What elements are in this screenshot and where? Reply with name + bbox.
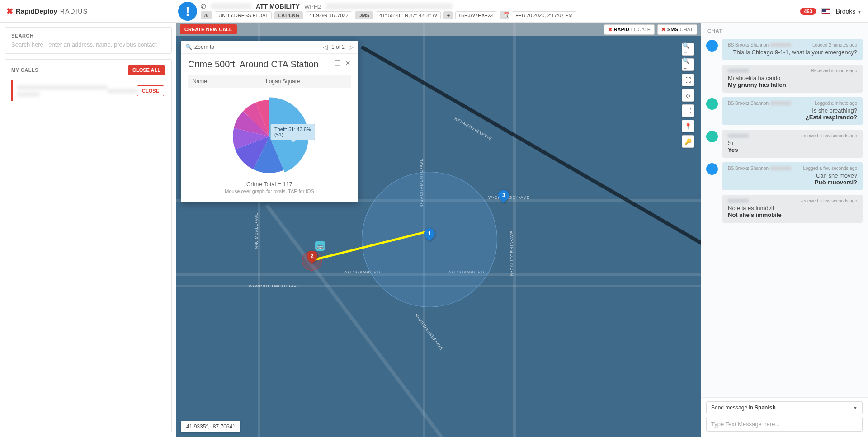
chip-w3w[interactable]: UNITY.DRESS.FLOAT bbox=[215, 11, 272, 19]
chart-hint: Mouse over graph for totals, TAP for iOS bbox=[188, 188, 351, 194]
phone-icon: ✆ bbox=[201, 3, 206, 10]
chip-plus[interactable]: + bbox=[443, 11, 453, 19]
logo-brand: RapidDeploy bbox=[16, 7, 57, 15]
flag-icon bbox=[821, 8, 830, 14]
avatar bbox=[706, 196, 718, 207]
message-text: This is Chicago 9-1-1, what is your emer… bbox=[728, 49, 857, 56]
chip-pluscode[interactable]: 86HJW7HX+X4 bbox=[455, 11, 497, 19]
message-text: Can she move? bbox=[728, 172, 857, 179]
chat-message: Received a minute agoMi abuelita ha caíd… bbox=[706, 65, 863, 93]
search-input[interactable] bbox=[11, 41, 165, 48]
message-timestamp: Received a few seconds ago bbox=[799, 133, 857, 138]
zoom-in-button[interactable]: 🔍＋ bbox=[682, 43, 694, 56]
message-bubble: Received a few seconds agoSiYes bbox=[722, 130, 863, 158]
zoom-out-button[interactable]: 🔍－ bbox=[682, 58, 694, 71]
chip-timestamp: FEB 20 2020, 2:17:07 PM bbox=[512, 11, 576, 19]
chip-latlng[interactable]: 41.9299,-87.7022 bbox=[306, 11, 352, 19]
pin-mode-button[interactable]: 📍 bbox=[682, 120, 694, 132]
redacted-phone bbox=[211, 3, 251, 9]
redacted-text bbox=[728, 134, 749, 138]
message-bubble: BS Brooks ShannonLogged a minute agoIs s… bbox=[722, 97, 863, 125]
coordinates-readout: 41.9335°, -87.7064° bbox=[181, 421, 240, 432]
chip-latlng-label[interactable]: LAT/LNG bbox=[274, 11, 303, 19]
message-text: Is she breathing? bbox=[728, 107, 857, 114]
chip-dms-label[interactable]: DMS bbox=[355, 11, 373, 19]
popup-title: Crime 500ft. Around CTA Station bbox=[188, 59, 319, 70]
popout-icon[interactable]: ❐ bbox=[335, 59, 340, 67]
map-controls: 🔍＋ 🔍－ ⛶ ◇ ⛶ 📍 🔑 bbox=[682, 43, 694, 148]
caret-down-icon: ▼ bbox=[857, 9, 862, 14]
chat-message: Received a few seconds agoSiYes bbox=[706, 130, 863, 158]
top-header: ✖ RapidDeploy RADIUS ! ✆ ATT MOBILITY WP… bbox=[0, 0, 868, 23]
redacted-text bbox=[770, 166, 791, 170]
chat-composer: Send message in Spanish ▼ bbox=[701, 397, 868, 437]
map-popup: 🔍Zoom to ◁ 1 of 2 ▷ Crime 500ft. Around … bbox=[181, 41, 358, 202]
logo: ✖ RapidDeploy RADIUS bbox=[6, 6, 178, 16]
user-menu[interactable]: Brooks ▼ bbox=[836, 8, 862, 15]
message-timestamp: Logged a minute ago bbox=[815, 101, 857, 106]
carrier-label: ATT MOBILITY bbox=[256, 3, 300, 10]
message-bubble: Received a minute agoMi abuelita ha caíd… bbox=[722, 65, 863, 93]
calendar-icon[interactable]: 📅 bbox=[500, 11, 509, 19]
logo-icon: ✖ bbox=[6, 6, 13, 16]
pie-chart[interactable]: Theft: 51: 43.6% (51) bbox=[229, 96, 310, 177]
road-label: W•WRIGHTWOOD•AVE bbox=[249, 284, 300, 288]
rapidlocate-button[interactable]: ✖RAPIDLOCATE bbox=[604, 24, 655, 35]
redacted-text bbox=[17, 85, 108, 90]
call-list-item[interactable]: CLOSE bbox=[11, 80, 165, 101]
avatar bbox=[706, 131, 718, 142]
chip-dms[interactable]: 41° 55' 48" N,87° 42' 8" W bbox=[376, 11, 441, 19]
language-select[interactable]: Send message in Spanish ▼ bbox=[706, 401, 863, 414]
message-translation: My granny has fallen bbox=[728, 81, 857, 88]
chat-message: Received a few seconds agoNo ella es inm… bbox=[706, 195, 863, 223]
alert-icon: ! bbox=[178, 2, 197, 21]
popup-col-value: Logan Square bbox=[261, 75, 304, 88]
chat-label: CHAT bbox=[701, 23, 868, 37]
close-call-button[interactable]: CLOSE bbox=[137, 85, 164, 96]
pie-tooltip: Theft: 51: 43.6% (51) bbox=[270, 124, 315, 140]
chat-message: BS Brooks ShannonLogged 2 minutes agoThi… bbox=[706, 39, 863, 60]
fullscreen-button[interactable]: ⛶ bbox=[682, 74, 694, 86]
message-translation: ¿Está respirando? bbox=[728, 114, 857, 121]
close-icon[interactable]: ✕ bbox=[345, 59, 351, 67]
avatar bbox=[706, 40, 718, 52]
message-bubble: Received a few seconds agoNo ella es inm… bbox=[722, 195, 863, 223]
message-bubble: BS Brooks ShannonLogged a few seconds ag… bbox=[722, 162, 863, 190]
mycalls-label: MY CALLS bbox=[11, 67, 38, 73]
key-button[interactable]: 🔑 bbox=[682, 135, 694, 148]
redacted-address bbox=[326, 3, 453, 9]
zoom-to-button[interactable]: 🔍Zoom to bbox=[185, 44, 214, 50]
road-label: N•MILWAUKEE•AVE bbox=[414, 313, 444, 351]
chat-message: BS Brooks ShannonLogged a minute agoIs s… bbox=[706, 97, 863, 125]
chat-panel: CHAT BS Brooks ShannonLogged 2 minutes a… bbox=[701, 23, 868, 437]
logo-product: RADIUS bbox=[60, 8, 88, 15]
smschat-button[interactable]: ✖SMSCHAT bbox=[657, 24, 697, 35]
redacted-text bbox=[17, 92, 40, 97]
message-input[interactable] bbox=[706, 417, 863, 432]
expand-button[interactable]: ⛶ bbox=[682, 104, 694, 117]
crime-total: Crime Total = 117 bbox=[188, 181, 351, 188]
x-icon: ✖ bbox=[608, 27, 612, 33]
locate-button[interactable]: ◇ bbox=[682, 89, 694, 102]
message-text: Mi abuelita ha caído bbox=[728, 75, 857, 81]
search-label: SEARCH bbox=[11, 33, 165, 38]
mycalls-panel: MY CALLS CLOSE ALL CLOSE bbox=[5, 59, 172, 432]
create-call-button[interactable]: CREATE NEW CALL bbox=[180, 24, 237, 34]
chip-w3w-prefix[interactable]: /// bbox=[201, 11, 212, 19]
close-all-button[interactable]: CLOSE ALL bbox=[128, 65, 165, 75]
notification-badge[interactable]: 463 bbox=[800, 8, 816, 15]
next-arrow-icon[interactable]: ▷ bbox=[349, 43, 354, 51]
search-icon: 🔍 bbox=[185, 44, 192, 50]
header-right: 463 Brooks ▼ bbox=[800, 8, 862, 15]
map-view[interactable]: CREATE NEW CALL ✖RAPIDLOCATE ✖SMSCHAT W•… bbox=[176, 23, 701, 437]
redacted-text bbox=[728, 199, 749, 203]
redacted-text bbox=[770, 101, 791, 105]
road-label: N•KIMBALL•AVE bbox=[254, 212, 259, 249]
chat-messages: BS Brooks ShannonLogged 2 minutes agoThi… bbox=[701, 37, 868, 397]
message-text: No ella es inmóvil bbox=[728, 205, 857, 211]
prev-arrow-icon[interactable]: ◁ bbox=[323, 43, 328, 51]
popup-pager: 1 of 2 bbox=[331, 44, 345, 50]
caret-down-icon: ▼ bbox=[853, 405, 858, 410]
redacted-text bbox=[770, 43, 791, 47]
popup-col-name: Name bbox=[188, 75, 261, 88]
